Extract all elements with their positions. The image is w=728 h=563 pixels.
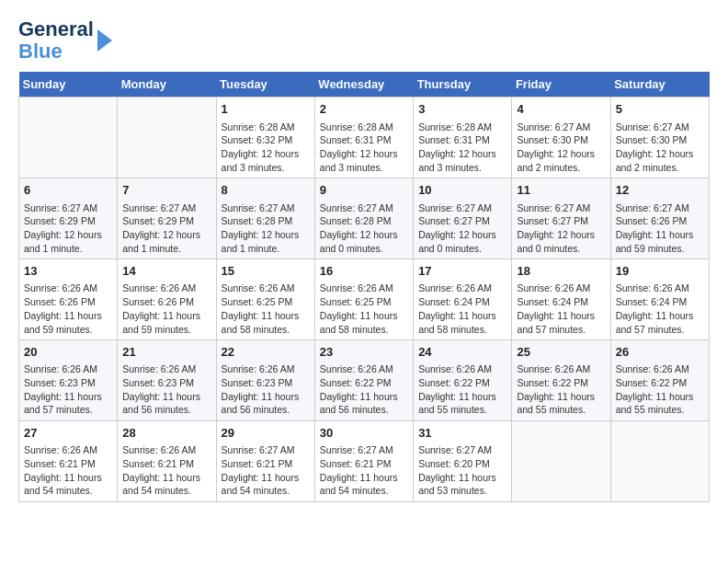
- day-number: 26: [616, 344, 704, 361]
- calendar-cell: 30Sunrise: 6:27 AM Sunset: 6:21 PM Dayli…: [314, 421, 413, 502]
- day-number: 9: [320, 182, 408, 199]
- day-number: 11: [517, 182, 605, 199]
- day-info: Sunrise: 6:26 AM Sunset: 6:24 PM Dayligh…: [616, 282, 704, 336]
- day-info: Sunrise: 6:27 AM Sunset: 6:29 PM Dayligh…: [24, 201, 112, 256]
- day-number: 19: [616, 263, 704, 280]
- calendar-cell: 25Sunrise: 6:26 AM Sunset: 6:22 PM Dayli…: [512, 340, 610, 421]
- calendar-week-row: 6Sunrise: 6:27 AM Sunset: 6:29 PM Daylig…: [19, 178, 710, 259]
- calendar-cell: 11Sunrise: 6:27 AM Sunset: 6:27 PM Dayli…: [512, 178, 610, 259]
- day-info: Sunrise: 6:26 AM Sunset: 6:24 PM Dayligh…: [517, 282, 605, 336]
- calendar-cell: 28Sunrise: 6:26 AM Sunset: 6:21 PM Dayli…: [118, 421, 216, 502]
- day-number: 16: [320, 263, 408, 280]
- calendar-cell: 9Sunrise: 6:27 AM Sunset: 6:28 PM Daylig…: [314, 178, 413, 259]
- calendar-cell: 16Sunrise: 6:26 AM Sunset: 6:25 PM Dayli…: [314, 259, 413, 340]
- day-number: 29: [222, 425, 310, 442]
- day-info: Sunrise: 6:26 AM Sunset: 6:21 PM Dayligh…: [24, 443, 112, 498]
- day-info: Sunrise: 6:28 AM Sunset: 6:32 PM Dayligh…: [222, 121, 310, 175]
- calendar-cell: [118, 98, 216, 178]
- day-number: 7: [122, 182, 210, 199]
- weekday-header-row: SundayMondayTuesdayWednesdayThursdayFrid…: [19, 72, 710, 98]
- calendar-cell: 24Sunrise: 6:26 AM Sunset: 6:22 PM Dayli…: [414, 340, 512, 421]
- day-info: Sunrise: 6:27 AM Sunset: 6:30 PM Dayligh…: [517, 121, 605, 175]
- day-info: Sunrise: 6:27 AM Sunset: 6:27 PM Dayligh…: [517, 201, 605, 256]
- day-info: Sunrise: 6:27 AM Sunset: 6:21 PM Dayligh…: [222, 443, 310, 498]
- calendar-cell: 14Sunrise: 6:26 AM Sunset: 6:26 PM Dayli…: [118, 259, 216, 340]
- day-number: 28: [122, 425, 210, 442]
- day-info: Sunrise: 6:27 AM Sunset: 6:29 PM Dayligh…: [122, 201, 210, 256]
- calendar-cell: 12Sunrise: 6:27 AM Sunset: 6:26 PM Dayli…: [610, 178, 709, 259]
- day-number: 31: [418, 425, 506, 442]
- calendar-body: 1Sunrise: 6:28 AM Sunset: 6:32 PM Daylig…: [19, 98, 710, 502]
- weekday-header-saturday: Saturday: [610, 72, 709, 98]
- logo: General Blue: [18, 18, 112, 63]
- day-number: 12: [616, 182, 704, 199]
- logo-arrow-icon: [97, 29, 112, 52]
- day-number: 14: [122, 263, 210, 280]
- day-number: 15: [222, 263, 310, 280]
- day-info: Sunrise: 6:26 AM Sunset: 6:22 PM Dayligh…: [517, 362, 605, 417]
- day-number: 21: [122, 344, 210, 361]
- day-number: 24: [418, 344, 506, 361]
- day-info: Sunrise: 6:27 AM Sunset: 6:20 PM Dayligh…: [418, 443, 506, 498]
- day-number: 5: [616, 101, 704, 118]
- day-number: 30: [320, 425, 408, 442]
- day-number: 3: [418, 101, 506, 118]
- day-number: 22: [222, 344, 310, 361]
- calendar-table: SundayMondayTuesdayWednesdayThursdayFrid…: [18, 72, 710, 502]
- day-number: 6: [24, 182, 112, 199]
- day-info: Sunrise: 6:26 AM Sunset: 6:25 PM Dayligh…: [222, 282, 310, 336]
- day-info: Sunrise: 6:28 AM Sunset: 6:31 PM Dayligh…: [320, 121, 408, 175]
- calendar-cell: 8Sunrise: 6:27 AM Sunset: 6:28 PM Daylig…: [216, 178, 314, 259]
- day-info: Sunrise: 6:27 AM Sunset: 6:30 PM Dayligh…: [616, 121, 704, 175]
- calendar-cell: 7Sunrise: 6:27 AM Sunset: 6:29 PM Daylig…: [118, 178, 216, 259]
- day-info: Sunrise: 6:26 AM Sunset: 6:22 PM Dayligh…: [320, 362, 408, 417]
- calendar-week-row: 13Sunrise: 6:26 AM Sunset: 6:26 PM Dayli…: [19, 259, 710, 340]
- weekday-header-wednesday: Wednesday: [314, 72, 413, 98]
- calendar-cell: 10Sunrise: 6:27 AM Sunset: 6:27 PM Dayli…: [414, 178, 512, 259]
- logo-blue: Blue: [18, 40, 94, 63]
- calendar-cell: 17Sunrise: 6:26 AM Sunset: 6:24 PM Dayli…: [414, 259, 512, 340]
- day-info: Sunrise: 6:27 AM Sunset: 6:27 PM Dayligh…: [418, 201, 506, 256]
- day-info: Sunrise: 6:28 AM Sunset: 6:31 PM Dayligh…: [418, 121, 506, 175]
- weekday-header-tuesday: Tuesday: [216, 72, 314, 98]
- weekday-header-sunday: Sunday: [19, 72, 118, 98]
- day-number: 4: [517, 101, 605, 118]
- calendar-cell: 15Sunrise: 6:26 AM Sunset: 6:25 PM Dayli…: [216, 259, 314, 340]
- calendar-cell: 1Sunrise: 6:28 AM Sunset: 6:32 PM Daylig…: [216, 98, 314, 178]
- day-number: 10: [418, 182, 506, 199]
- calendar-cell: 2Sunrise: 6:28 AM Sunset: 6:31 PM Daylig…: [314, 98, 413, 178]
- day-number: 27: [24, 425, 112, 442]
- calendar-cell: [610, 421, 709, 502]
- calendar-cell: 23Sunrise: 6:26 AM Sunset: 6:22 PM Dayli…: [314, 340, 413, 421]
- calendar-week-row: 20Sunrise: 6:26 AM Sunset: 6:23 PM Dayli…: [19, 340, 710, 421]
- day-number: 20: [24, 344, 112, 361]
- day-number: 8: [222, 182, 310, 199]
- day-number: 17: [418, 263, 506, 280]
- day-info: Sunrise: 6:27 AM Sunset: 6:26 PM Dayligh…: [616, 201, 704, 256]
- weekday-header-monday: Monday: [118, 72, 216, 98]
- day-info: Sunrise: 6:26 AM Sunset: 6:25 PM Dayligh…: [320, 282, 408, 336]
- day-number: 25: [517, 344, 605, 361]
- calendar-cell: 5Sunrise: 6:27 AM Sunset: 6:30 PM Daylig…: [610, 98, 709, 178]
- day-number: 2: [320, 101, 408, 118]
- calendar-cell: 3Sunrise: 6:28 AM Sunset: 6:31 PM Daylig…: [414, 98, 512, 178]
- calendar-cell: [19, 98, 118, 178]
- logo-general: General: [18, 18, 94, 40]
- calendar-week-row: 1Sunrise: 6:28 AM Sunset: 6:32 PM Daylig…: [19, 98, 710, 178]
- day-number: 1: [222, 101, 310, 118]
- weekday-header-thursday: Thursday: [414, 72, 512, 98]
- calendar-cell: 31Sunrise: 6:27 AM Sunset: 6:20 PM Dayli…: [414, 421, 512, 502]
- day-info: Sunrise: 6:26 AM Sunset: 6:26 PM Dayligh…: [122, 282, 210, 336]
- day-number: 13: [24, 263, 112, 280]
- day-number: 18: [517, 263, 605, 280]
- calendar-cell: 18Sunrise: 6:26 AM Sunset: 6:24 PM Dayli…: [512, 259, 610, 340]
- day-info: Sunrise: 6:26 AM Sunset: 6:22 PM Dayligh…: [418, 362, 506, 417]
- calendar-cell: 22Sunrise: 6:26 AM Sunset: 6:23 PM Dayli…: [216, 340, 314, 421]
- weekday-header-friday: Friday: [512, 72, 610, 98]
- calendar-cell: 21Sunrise: 6:26 AM Sunset: 6:23 PM Dayli…: [118, 340, 216, 421]
- calendar-cell: 13Sunrise: 6:26 AM Sunset: 6:26 PM Dayli…: [19, 259, 118, 340]
- calendar-week-row: 27Sunrise: 6:26 AM Sunset: 6:21 PM Dayli…: [19, 421, 710, 502]
- day-info: Sunrise: 6:26 AM Sunset: 6:26 PM Dayligh…: [24, 282, 112, 336]
- day-info: Sunrise: 6:27 AM Sunset: 6:28 PM Dayligh…: [222, 201, 310, 256]
- day-info: Sunrise: 6:27 AM Sunset: 6:28 PM Dayligh…: [320, 201, 408, 256]
